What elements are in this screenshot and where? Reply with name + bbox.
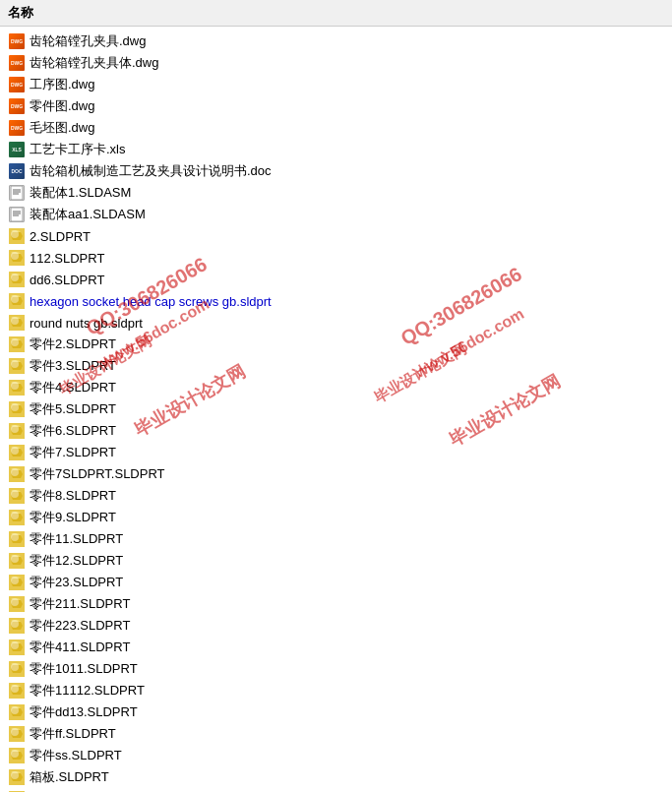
file-name-label: 零件7SLDPRT.SLDPRT bbox=[30, 465, 165, 483]
file-name-label: 零件223.SLDPRT bbox=[30, 617, 130, 635]
svg-marker-33 bbox=[11, 405, 23, 413]
list-item[interactable]: 零件dd13.SLDPRT bbox=[0, 701, 672, 723]
list-item[interactable]: 零件ff.SLDPRT bbox=[0, 723, 672, 745]
list-item[interactable]: 装配体aa1.SLDASM bbox=[0, 204, 672, 225]
file-icon bbox=[8, 768, 26, 786]
list-item[interactable]: 零件7.SLDPRT bbox=[0, 442, 672, 463]
file-name-label: 装配体aa1.SLDASM bbox=[30, 206, 146, 223]
svg-marker-60 bbox=[11, 600, 23, 608]
file-icon bbox=[8, 660, 26, 678]
file-icon bbox=[8, 184, 26, 202]
list-item[interactable]: hexagon socket head cap screws gb.sldprt bbox=[0, 290, 672, 312]
file-icon bbox=[8, 530, 26, 548]
list-item[interactable]: 零件ss.SLDPRT bbox=[0, 745, 672, 766]
file-name-label: 零件图.dwg bbox=[30, 97, 94, 115]
list-item[interactable]: round nuts gb.sldprt bbox=[0, 312, 672, 334]
file-icon bbox=[8, 747, 26, 764]
list-item[interactable]: 装配体1.SLDASM bbox=[0, 182, 672, 204]
list-item[interactable]: DWG毛坯图.dwg bbox=[0, 117, 672, 139]
file-icon bbox=[8, 249, 26, 267]
file-icon bbox=[8, 509, 26, 526]
file-icon: DWG bbox=[8, 32, 26, 50]
list-item[interactable]: DOC齿轮箱机械制造工艺及夹具设计说明书.doc bbox=[0, 160, 672, 182]
file-icon bbox=[8, 422, 26, 440]
file-name-label: 零件2.SLDPRT bbox=[30, 335, 116, 353]
list-item[interactable]: 零件5.SLDPRT bbox=[0, 398, 672, 420]
file-icon bbox=[8, 617, 26, 635]
file-icon: XLS bbox=[8, 141, 26, 158]
file-icon bbox=[8, 465, 26, 483]
svg-rect-0 bbox=[11, 186, 23, 200]
file-icon: DWG bbox=[8, 54, 26, 72]
svg-marker-15 bbox=[11, 275, 23, 283]
svg-marker-69 bbox=[11, 665, 23, 673]
file-icon bbox=[8, 379, 26, 396]
file-name-label: 零件211.SLDPRT bbox=[30, 595, 130, 613]
svg-marker-18 bbox=[11, 297, 23, 305]
file-name-label: 零件ff.SLDPRT bbox=[30, 725, 116, 743]
list-item[interactable]: 零件8.SLDPRT bbox=[0, 485, 672, 507]
list-item[interactable]: 零件4.SLDPRT bbox=[0, 377, 672, 398]
svg-marker-21 bbox=[11, 319, 23, 327]
file-name-label: 齿轮箱镗孔夹具体.dwg bbox=[30, 54, 158, 72]
list-item[interactable]: DWG齿轮箱镗孔夹具.dwg bbox=[0, 30, 672, 52]
list-item[interactable]: 箱板1.SLDPRT bbox=[0, 788, 672, 792]
svg-marker-30 bbox=[11, 384, 23, 392]
svg-marker-54 bbox=[11, 557, 23, 565]
file-name-label: 零件9.SLDPRT bbox=[30, 509, 116, 526]
file-name-label: hexagon socket head cap screws gb.sldprt bbox=[30, 294, 272, 309]
file-name-label: 零件dd13.SLDPRT bbox=[30, 703, 138, 721]
column-header: 名称 bbox=[0, 0, 672, 27]
file-name-label: 零件7.SLDPRT bbox=[30, 444, 116, 461]
list-item[interactable]: 零件23.SLDPRT bbox=[0, 572, 672, 593]
file-icon: DOC bbox=[8, 162, 26, 180]
list-item[interactable]: DWG工序图.dwg bbox=[0, 74, 672, 95]
list-item[interactable]: 零件411.SLDPRT bbox=[0, 637, 672, 658]
svg-marker-57 bbox=[11, 579, 23, 586]
file-name-label: 零件11112.SLDPRT bbox=[30, 682, 145, 700]
list-item[interactable]: dd6.SLDPRT bbox=[0, 269, 672, 290]
file-name-label: 零件23.SLDPRT bbox=[30, 574, 123, 591]
file-icon bbox=[8, 271, 26, 288]
file-icon bbox=[8, 703, 26, 721]
list-item[interactable]: 零件12.SLDPRT bbox=[0, 550, 672, 572]
file-name-label: 零件3.SLDPRT bbox=[30, 357, 116, 375]
svg-marker-63 bbox=[11, 622, 23, 630]
list-item[interactable]: 零件9.SLDPRT bbox=[0, 507, 672, 528]
file-icon bbox=[8, 400, 26, 418]
file-name-label: 箱板.SLDPRT bbox=[30, 768, 109, 786]
file-icon: DWG bbox=[8, 119, 26, 137]
list-item[interactable]: 112.SLDPRT bbox=[0, 247, 672, 269]
list-item[interactable]: 2.SLDPRT bbox=[0, 225, 672, 247]
svg-marker-9 bbox=[11, 232, 23, 240]
svg-marker-66 bbox=[11, 643, 23, 651]
list-item[interactable]: 零件2.SLDPRT bbox=[0, 334, 672, 355]
file-icon bbox=[8, 682, 26, 700]
file-icon bbox=[8, 552, 26, 570]
file-name-label: 装配体1.SLDASM bbox=[30, 184, 131, 202]
file-icon bbox=[8, 335, 26, 353]
svg-rect-4 bbox=[11, 208, 23, 221]
list-item[interactable]: 零件7SLDPRT.SLDPRT bbox=[0, 463, 672, 485]
svg-marker-72 bbox=[11, 687, 23, 695]
list-item[interactable]: 零件223.SLDPRT bbox=[0, 615, 672, 637]
list-item[interactable]: 零件11.SLDPRT bbox=[0, 528, 672, 550]
svg-marker-75 bbox=[11, 708, 23, 716]
file-name-label: 2.SLDPRT bbox=[30, 229, 91, 244]
list-item[interactable]: 零件11112.SLDPRT bbox=[0, 680, 672, 701]
list-item[interactable]: 零件6.SLDPRT bbox=[0, 420, 672, 442]
file-icon bbox=[8, 574, 26, 591]
list-item[interactable]: DWG零件图.dwg bbox=[0, 95, 672, 117]
list-item[interactable]: DWG齿轮箱镗孔夹具体.dwg bbox=[0, 52, 672, 74]
file-name-label: 零件11.SLDPRT bbox=[30, 530, 123, 548]
file-icon: DWG bbox=[8, 97, 26, 115]
list-item[interactable]: XLS工艺卡工序卡.xls bbox=[0, 139, 672, 160]
file-name-label: 零件4.SLDPRT bbox=[30, 379, 116, 396]
file-name-label: 零件12.SLDPRT bbox=[30, 552, 123, 570]
list-item[interactable]: 零件3.SLDPRT bbox=[0, 355, 672, 377]
file-name-label: 零件5.SLDPRT bbox=[30, 400, 116, 418]
svg-marker-48 bbox=[11, 514, 23, 521]
list-item[interactable]: 零件211.SLDPRT bbox=[0, 593, 672, 615]
list-item[interactable]: 箱板.SLDPRT bbox=[0, 766, 672, 788]
list-item[interactable]: 零件1011.SLDPRT bbox=[0, 658, 672, 680]
